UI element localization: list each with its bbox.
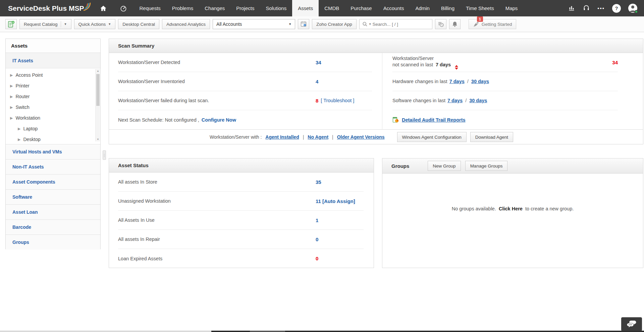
- bottom-scrollbar-thumb[interactable]: [250, 331, 285, 332]
- in-repair-count[interactable]: 0: [316, 237, 318, 242]
- audit-trail-reports-link[interactable]: Detailed Audit Trail Reports: [402, 117, 466, 123]
- tree-item-switch[interactable]: ▶Switch: [6, 102, 100, 113]
- tree-scrollbar[interactable]: ▲ ▼: [95, 69, 100, 141]
- tab-billing[interactable]: Billing: [435, 0, 460, 16]
- row-label: Loan Expired Assets: [118, 256, 316, 261]
- app-logo[interactable]: ServiceDesk Plus MSP: [0, 0, 93, 16]
- down-arrow-icon[interactable]: [455, 68, 458, 70]
- quick-actions-button[interactable]: Quick Actions ▼: [74, 19, 116, 29]
- dashboard-tab[interactable]: [113, 0, 133, 16]
- more-menu-button[interactable]: •••: [597, 5, 605, 11]
- quick-actions-label: Quick Actions: [78, 22, 106, 27]
- tab-assets[interactable]: Assets: [292, 0, 319, 16]
- not-scanned-count[interactable]: 34: [612, 60, 618, 65]
- row-unassigned-workstation: Unassigned Workstation 11 [Auto Assign]: [118, 192, 364, 211]
- troubleshoot-link[interactable]: [ Troubleshoot ]: [321, 98, 354, 103]
- reports-chart-button[interactable]: [568, 4, 575, 13]
- manage-groups-button[interactable]: Manage Groups: [465, 161, 508, 171]
- new-request-button[interactable]: [5, 19, 17, 29]
- tab-cmdb[interactable]: CMDB: [319, 0, 345, 16]
- request-catalog-button[interactable]: Request Catalog ▼: [19, 19, 71, 29]
- user-menu-button[interactable]: [628, 4, 637, 13]
- tab-maps[interactable]: Maps: [500, 0, 524, 16]
- expand-arrow-icon[interactable]: ▶: [18, 127, 20, 131]
- grip-dots-icon: ⋮: [103, 153, 106, 157]
- in-use-count[interactable]: 1: [316, 217, 318, 223]
- software-30-days-link[interactable]: 30 days: [469, 98, 487, 103]
- headset-icon: [583, 4, 590, 11]
- help-button[interactable]: ?: [612, 4, 621, 13]
- sidebar-item-virtual-hosts[interactable]: Virtual Hosts and VMs: [6, 144, 100, 159]
- tab-problems[interactable]: Problems: [166, 0, 199, 16]
- expand-arrow-icon[interactable]: ▶: [10, 84, 13, 88]
- tab-admin[interactable]: Admin: [410, 0, 435, 16]
- scrollbar-thumb[interactable]: [96, 74, 100, 106]
- tree-item-laptop[interactable]: ▶Laptop: [6, 123, 100, 134]
- sidebar-item-barcode[interactable]: Barcode: [6, 219, 100, 235]
- bottom-scrollbar-track[interactable]: [0, 331, 211, 332]
- expand-arrow-icon[interactable]: ▶: [10, 105, 13, 110]
- search-scope-caret-icon[interactable]: ▼: [369, 23, 372, 26]
- configure-now-link[interactable]: Configure Now: [202, 117, 236, 123]
- notifications-button[interactable]: [449, 19, 461, 29]
- zoho-creator-app-button[interactable]: Zoho Creator App: [312, 19, 357, 29]
- tab-purchase[interactable]: Purchase: [345, 0, 377, 16]
- download-agent-button[interactable]: Download Agent: [470, 132, 513, 142]
- failed-count[interactable]: 8: [316, 98, 318, 104]
- account-filter-select[interactable]: All Accounts ▼: [213, 19, 295, 29]
- older-agent-versions-link[interactable]: Older Agent Versions: [337, 134, 385, 140]
- windows-agent-configuration-button[interactable]: Windows Agent Configuration: [397, 132, 467, 142]
- hardware-7-days-link[interactable]: 7 days: [449, 79, 465, 84]
- getting-started-button[interactable]: 1 Getting Started: [469, 19, 517, 29]
- sidebar-item-asset-components[interactable]: Asset Components: [6, 174, 100, 189]
- tree-item-workstation[interactable]: ▶Workstation: [6, 113, 100, 123]
- expand-arrow-icon[interactable]: ▶: [18, 137, 20, 142]
- expand-arrow-icon[interactable]: ▶: [10, 73, 13, 77]
- scroll-down-icon[interactable]: ▼: [96, 137, 100, 141]
- tab-solutions[interactable]: Solutions: [260, 0, 292, 16]
- sidebar-item-software[interactable]: Software: [6, 189, 100, 204]
- no-agent-link[interactable]: No Agent: [308, 134, 328, 140]
- advanced-analytics-button[interactable]: Advanced Analytics: [162, 19, 210, 29]
- home-tab[interactable]: [93, 0, 113, 16]
- hardware-30-days-link[interactable]: 30 days: [471, 79, 489, 84]
- sidebar-item-non-it-assets[interactable]: Non-IT Assets: [6, 159, 100, 174]
- new-group-button[interactable]: New Group: [428, 161, 461, 171]
- software-7-days-link[interactable]: 7 days: [447, 98, 463, 103]
- sidebar-item-asset-loan[interactable]: Asset Loan: [6, 204, 100, 219]
- tab-changes[interactable]: Changes: [199, 0, 230, 16]
- tree-item-desktop[interactable]: ▶Desktop: [6, 134, 100, 145]
- up-arrow-icon[interactable]: [455, 65, 458, 67]
- scheduled-scans-button[interactable]: [435, 19, 446, 29]
- not-scanned-period[interactable]: 7 days: [436, 62, 451, 67]
- expand-arrow-icon[interactable]: ▶: [10, 94, 13, 99]
- tab-accounts[interactable]: Accounts: [378, 0, 410, 16]
- live-chat-button[interactable]: [621, 317, 642, 331]
- account-details-button[interactable]: [298, 19, 309, 29]
- create-group-link[interactable]: Click Here: [499, 206, 523, 211]
- loan-expired-count[interactable]: 0: [316, 256, 318, 261]
- search-input[interactable]: [373, 22, 429, 27]
- scroll-up-icon[interactable]: ▲: [96, 69, 100, 73]
- detected-count[interactable]: 34: [316, 60, 321, 65]
- tree-item-printer[interactable]: ▶Printer: [6, 80, 100, 91]
- period-stepper[interactable]: [455, 65, 458, 70]
- expand-arrow-icon[interactable]: ▶: [10, 116, 13, 120]
- sidebar-item-it-assets[interactable]: IT Assets: [6, 53, 100, 68]
- tree-item-router[interactable]: ▶Router: [6, 91, 100, 102]
- support-button[interactable]: [583, 4, 590, 13]
- tab-requests[interactable]: Requests: [133, 0, 166, 16]
- search-icon[interactable]: [362, 21, 368, 27]
- agent-installed-link[interactable]: Agent Installed: [265, 134, 299, 140]
- tab-projects[interactable]: Projects: [230, 0, 260, 16]
- in-store-count[interactable]: 35: [316, 179, 321, 185]
- tab-time-sheets[interactable]: Time Sheets: [460, 0, 500, 16]
- row-detected: Workstation/Server Detected 34: [118, 53, 372, 72]
- tree-item-access-point[interactable]: ▶Access Point: [6, 70, 100, 80]
- tree-item-label: Workstation: [15, 115, 40, 121]
- desktop-central-button[interactable]: Desktop Central: [118, 19, 159, 29]
- sidebar-collapse-handle[interactable]: ⋮: [103, 150, 106, 160]
- sidebar-item-groups[interactable]: Groups: [6, 235, 100, 250]
- inventoried-count[interactable]: 4: [316, 79, 318, 84]
- unassigned-count-auto-assign-link[interactable]: 11 [Auto Assign]: [316, 198, 355, 204]
